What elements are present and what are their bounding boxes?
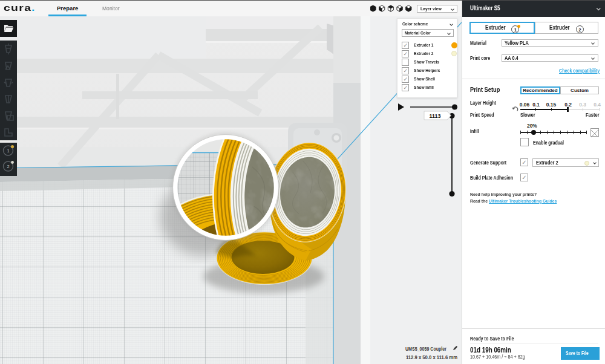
- svg-text:112.9 x 50.0 x 111.6 mm: 112.9 x 50.0 x 111.6 mm: [406, 354, 457, 360]
- svg-text:1: 1: [7, 148, 9, 154]
- svg-text:2: 2: [7, 164, 9, 169]
- svg-text:1113: 1113: [429, 113, 440, 119]
- svg-text:UMS5_0059 Coupler: UMS5_0059 Coupler: [405, 346, 446, 352]
